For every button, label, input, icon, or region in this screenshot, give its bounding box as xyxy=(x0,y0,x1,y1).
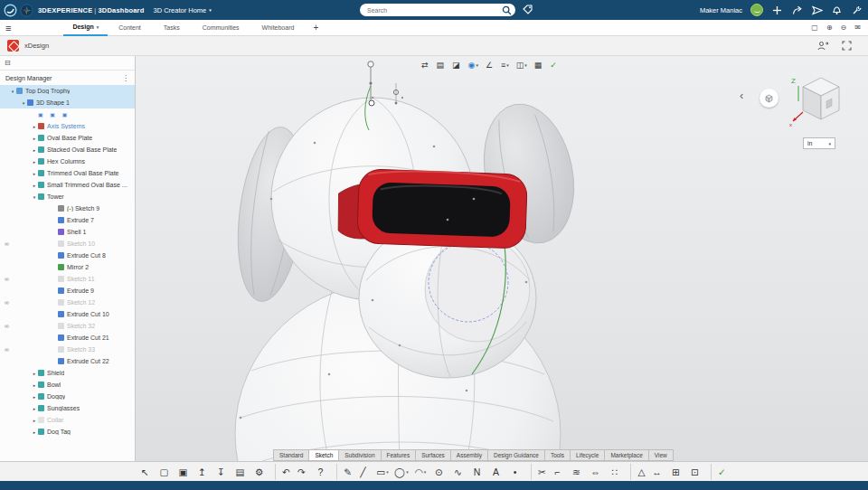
share-icon[interactable] xyxy=(791,5,803,16)
expand-arrow-icon[interactable]: ▸ xyxy=(31,371,38,376)
tree-row[interactable]: Shell 1 xyxy=(0,226,135,238)
tab-content[interactable]: Content xyxy=(109,20,153,36)
chat-icon[interactable]: ✉ xyxy=(854,24,861,32)
save-icon[interactable]: ▣ xyxy=(175,464,192,480)
arc-icon[interactable]: ◠ ▾ xyxy=(412,464,429,480)
tree-row[interactable]: Extrude Cut 21 xyxy=(0,332,135,344)
tree-row[interactable]: ▸ Collar xyxy=(0,414,135,426)
ribbon-tab-marketplace[interactable]: Marketplace xyxy=(604,449,647,461)
ribbon-tab-surfaces[interactable]: Surfaces xyxy=(415,449,450,461)
tree-row[interactable]: ∞ Sketch 11 xyxy=(0,273,135,285)
add-icon[interactable] xyxy=(771,5,783,16)
expand-arrow-icon[interactable]: ▸ xyxy=(31,159,38,165)
tab-whiteboard[interactable]: Whiteboard xyxy=(253,20,307,36)
tab-add[interactable]: + xyxy=(307,20,326,36)
ribbon-tab-design-guidance[interactable]: Design Guidance xyxy=(487,449,544,461)
ribbon-tab-view[interactable]: View xyxy=(648,449,674,461)
tab-design[interactable]: Design ▾ xyxy=(63,20,108,36)
search-input[interactable] xyxy=(367,7,502,14)
expand-arrow-icon[interactable]: ▸ xyxy=(31,124,38,129)
help-icon[interactable]: ? xyxy=(313,464,329,480)
box-select-icon[interactable]: ▢ xyxy=(156,464,173,480)
expand-arrow-icon[interactable]: ▸ xyxy=(31,429,38,435)
tree-row[interactable]: (-) Sketch 9 xyxy=(0,203,135,214)
point-icon[interactable]: • xyxy=(507,464,524,480)
ribbon-tab-features[interactable]: Features xyxy=(381,449,416,461)
render-style-icon[interactable]: ◫ ▾ xyxy=(516,59,527,71)
expand-arrow-icon[interactable]: ▾ xyxy=(20,100,27,106)
ribbon-tab-lifecycle[interactable]: Lifecycle xyxy=(570,449,604,461)
tools-icon[interactable] xyxy=(851,5,863,16)
panel-icon[interactable]: ▢ xyxy=(811,24,818,32)
expand-arrow-icon[interactable]: ▸ xyxy=(31,418,38,423)
3d-viewport[interactable]: ⇄ ▤ ◪ ◉ ▾ ∠ ≡ xyxy=(136,56,868,461)
tree-structure-icon[interactable]: ⊟ xyxy=(5,59,11,67)
user-name[interactable]: Maker Maniac xyxy=(700,6,742,14)
measure-icon[interactable]: ∠ xyxy=(486,59,494,71)
text-icon[interactable]: A xyxy=(488,464,505,480)
search-bar[interactable] xyxy=(360,4,515,16)
compass-button[interactable] xyxy=(760,89,778,108)
maximize-icon[interactable] xyxy=(842,41,852,51)
tree-row[interactable]: Mirror 2 xyxy=(0,261,135,273)
sketch-edit-icon[interactable]: ✎ xyxy=(336,464,353,480)
ribbon-tab-subdivision[interactable]: Subdivision xyxy=(338,449,380,461)
tab-communities[interactable]: Communities xyxy=(193,20,251,36)
expand-arrow-icon[interactable]: ▸ xyxy=(31,382,38,388)
curve-icon[interactable]: N xyxy=(469,464,486,480)
collapse-chevron[interactable]: ‹ xyxy=(740,89,743,102)
offset-icon[interactable]: ≋ xyxy=(569,464,585,480)
user-avatar[interactable] xyxy=(750,4,763,16)
expand-arrow-icon[interactable]: ▾ xyxy=(9,89,16,94)
redo-icon[interactable]: ↷ xyxy=(294,464,310,480)
instantiate-icon[interactable]: ⊡ xyxy=(687,464,703,480)
tree-row[interactable]: ▸ Axis Systems xyxy=(0,120,135,132)
expand-arrow-icon[interactable]: ▸ xyxy=(31,171,38,176)
expand-arrow-icon[interactable]: ▸ xyxy=(31,183,38,188)
update-check-icon[interactable]: ✓ xyxy=(550,59,558,71)
tree-row[interactable]: ▸ Sunglasses xyxy=(0,402,135,414)
expand-arrow-icon[interactable]: ▸ xyxy=(31,394,38,400)
exit-sketch-icon[interactable]: ✓ xyxy=(711,464,727,480)
3ds-logo-icon[interactable] xyxy=(4,4,17,17)
expand-arrow-icon[interactable]: ▾ xyxy=(31,194,38,200)
projection-icon[interactable]: ⊞ xyxy=(668,464,684,480)
tree-row[interactable]: ▸ Dog Tag xyxy=(0,426,135,438)
tree-row[interactable]: Extrude Cut 8 xyxy=(0,250,135,261)
dimension-icon[interactable]: ↔ xyxy=(649,464,665,480)
tree-row[interactable]: ▾ Tower xyxy=(0,191,135,203)
circle-icon[interactable]: ◯ ▾ xyxy=(393,464,410,480)
tree-row[interactable]: ▸ Doggy xyxy=(0,391,135,402)
ribbon-tab-standard[interactable]: Standard xyxy=(273,449,308,461)
tab-tasks[interactable]: Tasks xyxy=(155,20,192,36)
select-icon[interactable]: ↖ xyxy=(137,464,154,480)
clipboard-icon[interactable]: ▤ xyxy=(232,464,249,480)
units-select[interactable]: in ▾ xyxy=(803,137,835,149)
compass-logo-icon[interactable] xyxy=(20,4,33,17)
tree-row[interactable]: ∞ Sketch 32 xyxy=(0,320,135,332)
send-icon[interactable] xyxy=(811,5,823,16)
pattern-icon[interactable]: ∷ xyxy=(607,464,623,480)
tree-row[interactable]: ▸ Bowl xyxy=(0,379,135,391)
context-menu[interactable]: 3D Creator Home▾ xyxy=(153,6,211,14)
rectangle-icon[interactable]: ▭ ▾ xyxy=(374,464,391,480)
tag-icon[interactable] xyxy=(523,5,533,15)
mesh-icon[interactable]: ▦ xyxy=(534,59,543,71)
tree-row[interactable]: ∞ Sketch 12 xyxy=(0,297,135,308)
share-user-icon[interactable] xyxy=(817,41,829,51)
ribbon-tab-sketch[interactable]: Sketch xyxy=(308,449,338,461)
spline-icon[interactable]: ∿ xyxy=(450,464,467,480)
tree-row[interactable]: ∞ Sketch 33 xyxy=(0,344,135,355)
mirror-icon[interactable]: ⇔ xyxy=(588,464,604,480)
tree-row[interactable]: ▸ Oval Base Plate xyxy=(0,132,135,144)
line-icon[interactable]: ╱ xyxy=(355,464,372,480)
view-cube[interactable]: Z x xyxy=(788,69,848,128)
section-icon[interactable]: ◪ xyxy=(452,59,461,71)
notifications-icon[interactable] xyxy=(831,5,843,16)
zoom-out-icon[interactable]: ⊖ xyxy=(841,24,847,32)
tree-row[interactable]: ▸ Small Trimmed Oval Base ... xyxy=(0,179,135,191)
globe-view-icon[interactable]: ◉ ▾ xyxy=(468,59,478,71)
undo-icon[interactable]: ↶ xyxy=(275,464,291,480)
expand-arrow-icon[interactable]: ▸ xyxy=(31,406,38,411)
tree-row[interactable]: ▸ Trimmed Oval Base Plate xyxy=(0,167,135,179)
